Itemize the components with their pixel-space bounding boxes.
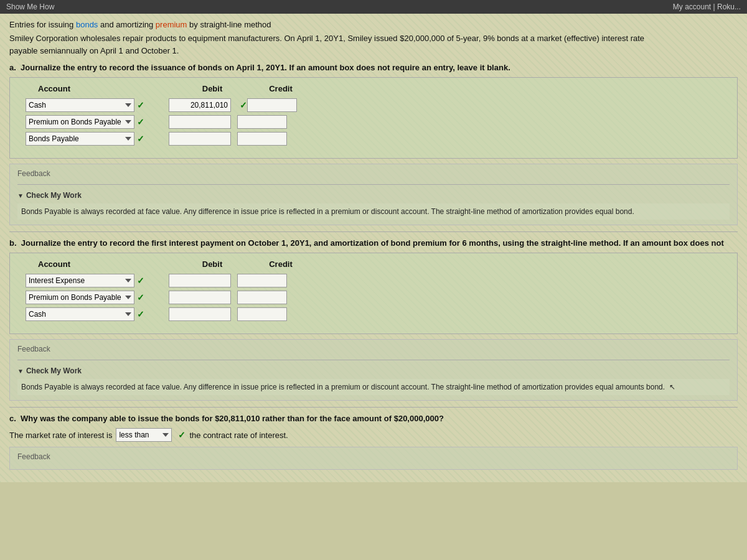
part-b-journal: Account Debit Credit Cash Premium on Bon… [9, 253, 738, 334]
part-c-answer-prefix: The market rate of interest is [9, 431, 112, 440]
account-select-b1[interactable]: Cash Premium on Bonds Payable Bonds Paya… [26, 274, 134, 287]
col-account-header-a: Account [38, 84, 175, 93]
cursor-icon: ↖ [669, 381, 675, 393]
check-my-work-label-a: Check My Work [26, 191, 82, 200]
top-bar-right-label: My account | Roku... [673, 2, 741, 11]
col-credit-header-a: Credit [250, 84, 312, 93]
credit-input-a3[interactable] [237, 132, 287, 146]
part-b-header: Account Debit Credit [38, 259, 728, 269]
feedback-text-a: Bonds Payable is always recorded at face… [17, 203, 730, 220]
check-icon-debit-a1: ✓ [240, 100, 247, 110]
feedback-text-b: Bonds Payable is always recorded at face… [17, 379, 730, 395]
credit-input-a2[interactable] [237, 115, 287, 129]
account-select-wrapper-b3: Cash Premium on Bonds Payable Bonds Paya… [26, 307, 169, 321]
check-my-work-b[interactable]: ▼ Check My Work [17, 366, 730, 375]
credit-input-b2[interactable] [237, 291, 287, 304]
col-credit-header-b: Credit [250, 259, 312, 269]
table-row: Cash Premium on Bonds Payable Bonds Paya… [26, 291, 728, 304]
check-icon-b3: ✓ [137, 309, 144, 319]
debit-input-b3[interactable] [169, 307, 231, 321]
part-c-label: c. Why was the company able to issue the… [9, 414, 738, 423]
part-a-label: a. Journalize the entry to record the is… [9, 63, 738, 72]
account-select-a2[interactable]: Cash Premium on Bonds Payable Bonds Paya… [26, 115, 134, 129]
feedback-section-b: Feedback ▼ Check My Work Bonds Payable i… [9, 339, 738, 401]
part-a-journal: Account Debit Credit Cash Premium on Bon… [9, 77, 738, 159]
credit-input-b3[interactable] [237, 307, 287, 321]
triangle-icon-b: ▼ [17, 368, 24, 375]
feedback-label-b: Feedback [17, 345, 730, 353]
check-icon-a3: ✓ [137, 134, 144, 144]
col-debit-header-a: Debit [175, 84, 250, 93]
debit-group-a1: ✓ [169, 98, 247, 112]
top-bar: Show Me How My account | Roku... [0, 0, 747, 14]
account-select-wrapper-a2: Cash Premium on Bonds Payable Bonds Paya… [26, 115, 169, 129]
premium-highlight: premium [156, 20, 187, 29]
account-select-a3[interactable]: Cash Premium on Bonds Payable Bonds Paya… [26, 132, 134, 146]
table-row: Cash Premium on Bonds Payable Bonds Paya… [26, 98, 728, 112]
page-title: Entries for issuing bonds and amortizing… [9, 20, 738, 29]
debit-input-b2[interactable] [169, 291, 231, 304]
part-c-answer-row: The market rate of interest is less than… [9, 428, 738, 442]
feedback-section-a: Feedback ▼ Check My Work Bonds Payable i… [9, 164, 738, 225]
check-icon-a2: ✓ [137, 117, 144, 127]
check-icon-b2: ✓ [137, 292, 144, 302]
feedback-section-c: Feedback [9, 447, 738, 470]
account-select-b3[interactable]: Cash Premium on Bonds Payable Bonds Paya… [26, 307, 134, 321]
main-content: Entries for issuing bonds and amortizing… [0, 14, 747, 482]
description-text: Smiley Corporation wholesales repair pro… [9, 32, 738, 57]
debit-input-a2[interactable] [169, 115, 231, 129]
market-rate-select[interactable]: less than greater than equal to [116, 428, 172, 442]
check-my-work-label-b: Check My Work [26, 366, 82, 375]
account-select-wrapper-b1: Cash Premium on Bonds Payable Bonds Paya… [26, 274, 169, 287]
table-row: Cash Premium on Bonds Payable Bonds Paya… [26, 274, 728, 287]
check-icon-b1: ✓ [137, 276, 144, 286]
check-icon-c: ✓ [178, 430, 186, 440]
debit-input-a1[interactable] [169, 98, 231, 112]
account-select-b2[interactable]: Cash Premium on Bonds Payable Bonds Paya… [26, 291, 134, 304]
account-select-a1[interactable]: Cash Premium on Bonds Payable Bonds Paya… [26, 98, 134, 112]
account-select-wrapper-a3: Cash Premium on Bonds Payable Bonds Paya… [26, 132, 169, 146]
feedback-label-a: Feedback [17, 169, 730, 178]
part-c-answer-suffix: the contract rate of interest. [189, 431, 288, 440]
part-c-question: Why was the company able to issue the bo… [21, 414, 444, 423]
part-a-instruction: Journalize the entry to record the issua… [21, 63, 510, 72]
debit-input-a3[interactable] [169, 132, 231, 146]
check-my-work-a[interactable]: ▼ Check My Work [17, 191, 730, 200]
part-b-instruction: Journalize the entry to record the first… [21, 238, 724, 248]
credit-input-a1[interactable] [247, 98, 297, 112]
account-select-wrapper-b2: Cash Premium on Bonds Payable Bonds Paya… [26, 291, 169, 304]
check-icon-a1: ✓ [137, 100, 144, 110]
debit-input-b1[interactable] [169, 274, 231, 287]
part-a-header: Account Debit Credit [38, 84, 728, 93]
col-debit-header-b: Debit [175, 259, 250, 269]
top-bar-left-label: Show Me How [6, 2, 54, 11]
triangle-icon-a: ▼ [17, 192, 24, 199]
market-rate-underline: less than greater than equal to [116, 428, 172, 442]
bonds-highlight: bonds [76, 20, 98, 29]
credit-input-b1[interactable] [237, 274, 287, 287]
account-select-wrapper-a1: Cash Premium on Bonds Payable Bonds Paya… [26, 98, 169, 112]
table-row: Cash Premium on Bonds Payable Bonds Paya… [26, 132, 728, 146]
table-row: Cash Premium on Bonds Payable Bonds Paya… [26, 307, 728, 321]
part-b-label: b. Journalize the entry to record the fi… [9, 238, 738, 248]
col-account-header-b: Account [38, 259, 175, 269]
feedback-label-c: Feedback [17, 452, 730, 461]
table-row: Cash Premium on Bonds Payable Bonds Paya… [26, 115, 728, 129]
